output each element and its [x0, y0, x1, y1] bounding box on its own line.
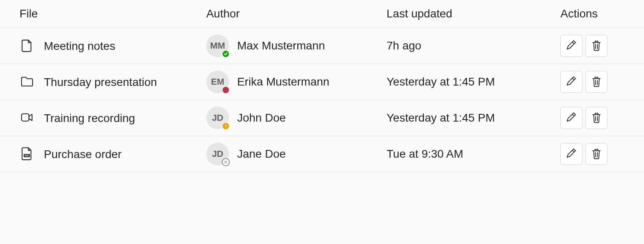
avatar: JD — [206, 107, 229, 129]
file-name: Meeting notes — [44, 39, 115, 53]
edit-icon — [565, 148, 577, 160]
edit-button[interactable] — [560, 35, 582, 57]
file-name: Thursday presentation — [44, 75, 157, 89]
column-header-actions[interactable]: Actions — [541, 0, 644, 28]
author-name: Erika Mustermann — [237, 75, 329, 88]
column-header-author[interactable]: Author — [187, 0, 367, 28]
video-icon — [19, 111, 34, 125]
edit-button[interactable] — [560, 107, 582, 129]
presence-available-icon — [222, 50, 230, 58]
delete-icon — [590, 40, 603, 52]
document-icon — [19, 39, 34, 53]
column-header-updated[interactable]: Last updated — [367, 0, 541, 28]
delete-button[interactable] — [586, 71, 607, 93]
avatar: MM — [206, 34, 229, 57]
table-header-row: File Author Last updated Actions — [0, 0, 644, 28]
edit-icon — [565, 40, 577, 52]
author-name: Jane Doe — [237, 148, 286, 161]
edit-button[interactable] — [560, 71, 582, 93]
presence-away-icon — [222, 122, 230, 130]
delete-button[interactable] — [586, 107, 607, 129]
delete-icon — [590, 112, 603, 124]
edit-icon — [565, 112, 577, 124]
author-name: John Doe — [237, 111, 286, 124]
table-row[interactable]: Training recording JD John Doe Yesterday… — [0, 100, 644, 136]
last-updated: Yesterday at 1:45 PM — [387, 75, 495, 88]
table-row[interactable]: Meeting notes MM Max Mustermann 7h ago — [0, 28, 644, 64]
column-header-file[interactable]: File — [0, 0, 187, 28]
delete-icon — [590, 76, 603, 88]
delete-icon — [590, 148, 603, 160]
file-name: Purchase order — [44, 147, 121, 161]
edit-button[interactable] — [560, 143, 582, 165]
delete-button[interactable] — [586, 35, 607, 57]
last-updated: Yesterday at 1:45 PM — [387, 111, 495, 124]
presence-offline-icon — [222, 158, 230, 166]
last-updated: 7h ago — [387, 39, 421, 52]
avatar: EM — [206, 71, 229, 93]
file-name: Training recording — [44, 111, 135, 125]
table-row[interactable]: Thursday presentation EM Erika Musterman… — [0, 64, 644, 100]
edit-icon — [565, 76, 577, 88]
file-table: File Author Last updated Actions Meeting… — [0, 0, 644, 172]
table-row[interactable]: Purchase order JD Jane Doe Tue at 9:30 A… — [0, 136, 644, 172]
author-name: Max Mustermann — [237, 39, 325, 52]
last-updated: Tue at 9:30 AM — [387, 148, 463, 160]
pdf-icon — [19, 147, 34, 161]
avatar: JD — [206, 143, 229, 165]
folder-icon — [19, 75, 34, 89]
presence-busy-icon — [222, 86, 230, 94]
delete-button[interactable] — [586, 143, 607, 165]
